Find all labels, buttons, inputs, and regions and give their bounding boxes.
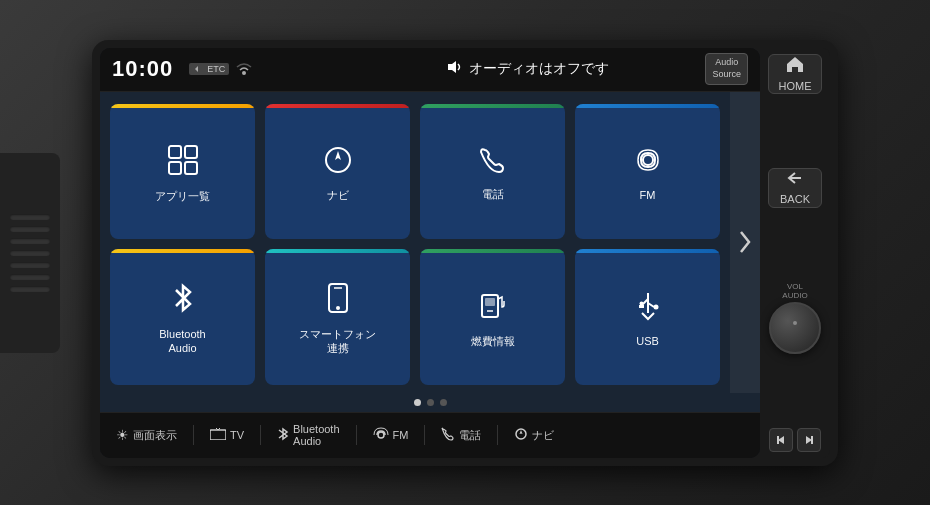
fm-label: FM [640, 188, 656, 202]
dot-2 [427, 399, 434, 406]
status-icons: ETC [189, 61, 439, 78]
vent-slat [10, 262, 50, 268]
skip-buttons [769, 428, 821, 452]
tile-accent [420, 104, 565, 108]
vent-slat [10, 250, 50, 256]
smartphone-icon [325, 282, 351, 321]
volume-knob[interactable] [769, 302, 821, 354]
divider [356, 425, 357, 445]
vent-slat [10, 226, 50, 232]
divider [193, 425, 194, 445]
app-area: アプリ一覧 ナビ [100, 92, 760, 393]
fm-bottom-icon [373, 427, 389, 444]
svg-rect-23 [777, 436, 779, 444]
tile-smartphone[interactable]: スマートフォン連携 [265, 249, 410, 385]
clock: 10:00 [112, 56, 173, 82]
back-button[interactable]: BACK [768, 168, 822, 208]
usb-label: USB [636, 334, 659, 348]
brightness-icon: ☀ [116, 427, 129, 443]
brightness-label: 画面表示 [133, 428, 177, 443]
next-page-arrow[interactable] [730, 92, 760, 393]
divider [424, 425, 425, 445]
svg-point-8 [336, 306, 340, 310]
home-label: HOME [779, 80, 812, 92]
bottom-fm[interactable]: FM [365, 423, 417, 448]
signal-icon [235, 61, 253, 78]
fm-bottom-label: FM [393, 429, 409, 441]
bottom-bt-audio[interactable]: BluetoothAudio [269, 419, 347, 451]
fuel-label: 燃費情報 [471, 334, 515, 348]
left-vent [0, 153, 60, 353]
tile-bluetooth-audio[interactable]: BluetoothAudio [110, 249, 255, 385]
svg-point-21 [378, 432, 384, 438]
navi-icon [323, 145, 353, 182]
tile-fuel-info[interactable]: 燃費情報 [420, 249, 565, 385]
tile-phone[interactable]: 電話 [420, 104, 565, 240]
divider [497, 425, 498, 445]
bottom-brightness[interactable]: ☀ 画面表示 [108, 423, 185, 447]
dot-1 [414, 399, 421, 406]
svg-point-17 [639, 302, 643, 306]
navi-label: ナビ [327, 188, 349, 202]
tile-accent [110, 249, 255, 253]
car-surround: 10:00 ETC [0, 0, 930, 505]
apps-label: アプリ一覧 [155, 189, 210, 203]
right-control-panel: HOME BACK VOLAUDIO [760, 48, 830, 458]
divider [260, 425, 261, 445]
vent-slat [10, 286, 50, 292]
bt-audio-bottom-label: BluetoothAudio [293, 423, 339, 447]
tile-accent [265, 104, 410, 108]
vol-label: VOLAUDIO [782, 282, 807, 300]
tile-navi[interactable]: ナビ [265, 104, 410, 240]
vent-slat [10, 214, 50, 220]
knob-indicator [793, 321, 797, 325]
main-unit: 10:00 ETC [92, 40, 838, 466]
svg-rect-11 [485, 298, 495, 306]
bottom-tv[interactable]: TV [202, 423, 252, 447]
dot-3 [440, 399, 447, 406]
tile-fm[interactable]: FM [575, 104, 720, 240]
svg-point-16 [653, 305, 658, 310]
etc-badge: ETC [189, 63, 229, 75]
svg-point-0 [242, 71, 246, 75]
next-button[interactable] [797, 428, 821, 452]
svg-rect-1 [169, 146, 181, 158]
bluetooth-icon [169, 282, 197, 321]
tile-apps[interactable]: アプリ一覧 [110, 104, 255, 240]
tv-icon [210, 427, 226, 443]
bottom-navi[interactable]: ナビ [506, 423, 562, 448]
fuel-icon [479, 289, 507, 328]
home-button[interactable]: HOME [768, 54, 822, 94]
svg-rect-18 [210, 430, 226, 440]
tile-accent [265, 249, 410, 253]
svg-rect-4 [185, 162, 197, 174]
bottom-call[interactable]: 電話 [433, 423, 489, 448]
back-icon [787, 171, 803, 189]
tile-accent [420, 249, 565, 253]
navi-bottom-icon [514, 427, 528, 444]
phone-label: 電話 [482, 187, 504, 201]
page-dots [100, 393, 760, 412]
phone-icon [479, 146, 507, 181]
speaker-icon [447, 60, 463, 78]
prev-button[interactable] [769, 428, 793, 452]
call-bottom-icon [441, 427, 455, 444]
home-icon [786, 56, 804, 76]
audio-status: オーディオはオフです [447, 60, 697, 78]
svg-rect-2 [185, 146, 197, 158]
tile-usb[interactable]: USB [575, 249, 720, 385]
audio-source-button[interactable]: AudioSource [705, 53, 748, 84]
fm-icon [633, 145, 663, 182]
status-bar: 10:00 ETC [100, 48, 760, 92]
bt-audio-label: BluetoothAudio [159, 327, 205, 356]
apps-icon [167, 144, 199, 183]
volume-control: VOLAUDIO [769, 282, 821, 354]
svg-point-6 [643, 155, 653, 165]
tile-accent [575, 104, 720, 108]
back-label: BACK [780, 193, 810, 205]
usb-icon [635, 289, 661, 328]
infotainment-screen: 10:00 ETC [100, 48, 760, 458]
bt-bottom-icon [277, 426, 289, 445]
vent-slat [10, 238, 50, 244]
call-bottom-label: 電話 [459, 428, 481, 443]
